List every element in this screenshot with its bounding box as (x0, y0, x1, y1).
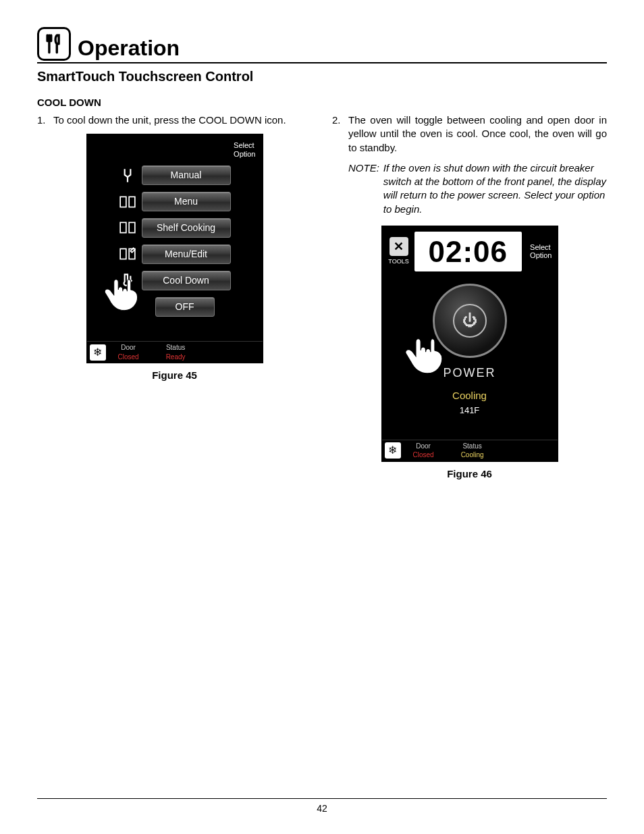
touchscreen-fig45: Select Option Manual Menu (86, 134, 263, 363)
cooling-label: Cooling (382, 389, 558, 402)
screen-top-bar: ✕ TOOLS 02:06 Select Option (382, 226, 558, 274)
power-area: ⏻ POWER Cooling 141F (382, 274, 558, 420)
menu-row-menu: Menu (87, 192, 263, 211)
select-option-label: Select Option (234, 141, 255, 158)
fork-knife-icon (37, 27, 71, 61)
svg-rect-1 (129, 197, 135, 207)
svg-rect-2 (120, 223, 126, 233)
manual-button[interactable]: Manual (142, 165, 231, 185)
step-2: 2. The oven will toggle between cooling … (332, 113, 607, 155)
figure-caption: Figure 46 (332, 467, 607, 481)
section-title: SmartTouch Touchscreen Control (37, 69, 607, 84)
step-text: To cool down the unit, press the COOL DO… (53, 113, 286, 127)
svg-rect-0 (120, 197, 126, 207)
step-text: The oven will toggle between cooling and… (348, 113, 607, 155)
note-label: NOTE: (348, 161, 379, 216)
right-column: 2. The oven will toggle between cooling … (332, 113, 607, 481)
menu-row-menuedit: Menu/Edit (87, 244, 263, 264)
menu-edit-icon (119, 246, 136, 261)
two-column-layout: 1. To cool down the unit, press the COOL… (37, 113, 607, 481)
figure-caption: Figure 45 (37, 369, 312, 382)
chapter-header: Operation (37, 27, 607, 63)
figure-45: Select Option Manual Menu (37, 134, 312, 382)
shelf-icon (119, 220, 136, 235)
manual-icon (119, 168, 136, 183)
note-text: If the oven is shut down with the circui… (383, 161, 607, 216)
clock-display: 02:06 (414, 232, 522, 271)
left-column: 1. To cool down the unit, press the COOL… (37, 113, 312, 481)
menu-row-shelf: Shelf Cooking (87, 218, 263, 238)
menu-icon (119, 194, 136, 209)
cool-down-button[interactable]: Cool Down (142, 271, 231, 290)
subsection-title: COOL DOWN (37, 97, 607, 108)
thermometer-down-icon (119, 273, 136, 288)
temperature-value: 141F (382, 405, 558, 417)
menu-button[interactable]: Menu (142, 192, 231, 211)
door-status: Door Closed (118, 343, 139, 361)
snowflake-icon: ❄ (90, 344, 106, 361)
chapter-title: Operation (78, 36, 180, 61)
note: NOTE: If the oven is shut down with the … (348, 161, 607, 216)
snowflake-icon: ❄ (385, 442, 401, 459)
menu-edit-button[interactable]: Menu/Edit (142, 244, 231, 264)
figure-46: ✕ TOOLS 02:06 Select Option ⏻ POWER Cool… (332, 226, 607, 481)
menu-row-manual: Manual (87, 165, 263, 185)
power-icon: ⏻ (453, 304, 487, 338)
step-1: 1. To cool down the unit, press the COOL… (37, 113, 312, 127)
page-number: 42 (317, 803, 327, 814)
status-bar: ❄ Door Closed Status Cooling (382, 440, 558, 461)
menu-row-cooldown: Cool Down (87, 271, 263, 290)
pointing-hand-icon (401, 332, 454, 385)
step-number: 1. (37, 113, 53, 127)
step-number: 2. (332, 113, 348, 155)
menu-row-off: OFF (87, 297, 263, 317)
page-footer: 42 (37, 798, 607, 814)
status-bar: ❄ Door Closed Status Ready (87, 341, 263, 363)
touchscreen-fig46: ✕ TOOLS 02:06 Select Option ⏻ POWER Cool… (381, 226, 558, 462)
tools-button[interactable]: ✕ TOOLS (387, 237, 410, 265)
tools-icon: ✕ (390, 237, 408, 256)
select-option-label: Select Option (530, 243, 552, 260)
oven-status: Status Cooling (461, 442, 484, 460)
svg-rect-4 (120, 249, 126, 259)
shelf-cooking-button[interactable]: Shelf Cooking (142, 218, 231, 238)
door-status: Door Closed (413, 442, 434, 460)
oven-status: Status Ready (166, 343, 186, 361)
off-button[interactable]: OFF (155, 297, 215, 317)
svg-rect-3 (129, 223, 135, 233)
